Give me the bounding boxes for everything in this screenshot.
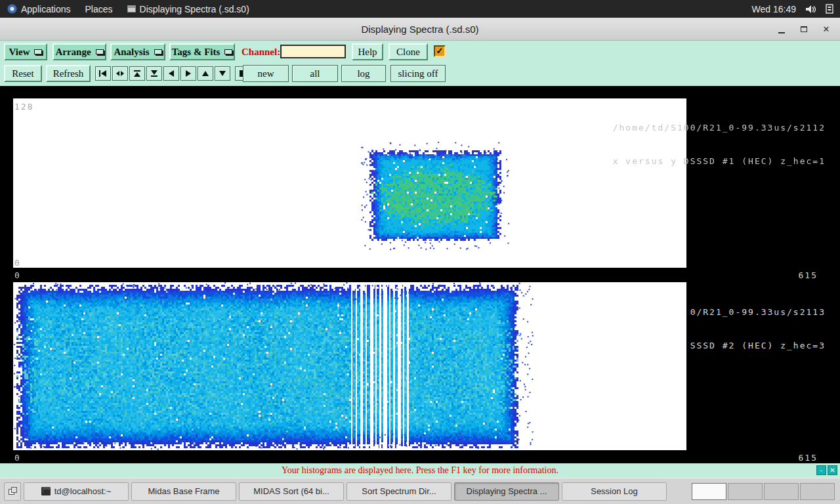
workspace-1[interactable] bbox=[692, 483, 726, 500]
step-down-button[interactable] bbox=[215, 66, 230, 81]
toolbar: View Arrange Analysis Tags & Fits Channe… bbox=[0, 41, 840, 86]
taskbar-item-sort-spectrum[interactable]: Sort Spectrum Dir... bbox=[346, 482, 452, 501]
spectrum-2-path: 0/R21_0-99.33us/s2113 bbox=[690, 306, 826, 318]
taskbar-item-terminal[interactable]: td@localhost:~ bbox=[24, 482, 129, 501]
status-message: Your histograms are displayed here. Pres… bbox=[0, 463, 840, 478]
step-right-button[interactable] bbox=[180, 66, 196, 81]
taskbar-item-label: Sort Spectrum Dir... bbox=[362, 486, 436, 496]
step-right-icon bbox=[184, 70, 193, 77]
reset-button[interactable]: Reset bbox=[4, 65, 42, 82]
taskbar-item-session-log[interactable]: Session Log bbox=[562, 482, 667, 501]
slicing-button[interactable]: slicing off bbox=[390, 65, 446, 82]
scroll-top-button[interactable] bbox=[129, 66, 145, 81]
help-label: Help bbox=[358, 47, 377, 58]
minimize-icon bbox=[778, 32, 785, 33]
terminal-icon bbox=[41, 487, 51, 495]
plot2-xmax-label: 615 bbox=[799, 453, 818, 463]
toolbar-checkbox[interactable]: ✓ bbox=[434, 45, 446, 57]
skip-to-start-button[interactable] bbox=[95, 66, 111, 81]
desktop-top-panel: Applications Places Displaying Spectra (… bbox=[0, 0, 840, 18]
taskbar-item-midas-base[interactable]: Midas Base Frame bbox=[131, 482, 236, 501]
applications-label: Applications bbox=[21, 4, 71, 14]
scroll-top-icon bbox=[133, 70, 142, 77]
log-button[interactable]: log bbox=[341, 65, 386, 82]
status-bar: Your histograms are displayed here. Pres… bbox=[0, 463, 840, 478]
taskbar-item-midas-sort[interactable]: MIDAS Sort (64 bi... bbox=[239, 482, 344, 501]
places-label: Places bbox=[85, 4, 113, 14]
taskbar-item-label: Displaying Spectra ... bbox=[467, 486, 547, 496]
step-up-button[interactable] bbox=[198, 66, 213, 81]
expand-horizontal-icon bbox=[116, 70, 125, 77]
close-button[interactable]: ✕ bbox=[818, 22, 835, 37]
workspace-4[interactable] bbox=[800, 483, 835, 500]
status-close-button[interactable]: ✕ bbox=[828, 465, 837, 475]
channel-input[interactable] bbox=[280, 45, 346, 58]
spectrum-1-title: x versus y DSSSD #1 (HEC) z_hec=1 bbox=[613, 156, 826, 167]
maximize-button[interactable] bbox=[795, 22, 812, 37]
taskbar-item-label: Midas Base Frame bbox=[148, 486, 219, 496]
menu-indicator-icon bbox=[96, 49, 104, 54]
menu-analysis[interactable]: Analysis bbox=[110, 43, 165, 60]
menu-arrange[interactable]: Arrange bbox=[52, 43, 106, 60]
all-label: all bbox=[310, 68, 320, 79]
status-controls: - ✕ bbox=[816, 465, 837, 475]
spectra-display-area: /home/td/S100/R21_0-99.33us/s2112 x vers… bbox=[0, 86, 840, 463]
applications-icon bbox=[7, 4, 17, 14]
refresh-label: Refresh bbox=[53, 68, 84, 79]
menu-arrange-label: Arrange bbox=[55, 47, 91, 58]
plot1-xmax-label: 615 bbox=[799, 270, 818, 280]
scroll-bottom-button[interactable] bbox=[146, 66, 162, 81]
taskbar-item-displaying-spectra[interactable]: Displaying Spectra ... bbox=[454, 482, 559, 501]
close-icon: ✕ bbox=[823, 24, 830, 34]
step-down-icon bbox=[218, 70, 227, 77]
reset-label: Reset bbox=[12, 68, 33, 79]
channel-label: Channel: bbox=[242, 43, 280, 60]
workspace-2[interactable] bbox=[728, 483, 763, 500]
menu-indicator-icon bbox=[34, 49, 42, 54]
window-icon bbox=[127, 5, 136, 12]
help-button[interactable]: Help bbox=[352, 43, 383, 60]
slicing-label: slicing off bbox=[398, 68, 438, 79]
clock[interactable]: Wed 16:49 bbox=[752, 4, 796, 14]
menu-view[interactable]: View bbox=[4, 43, 47, 60]
window-title: Displaying Spectra (.sd.s0) bbox=[0, 18, 840, 41]
menu-analysis-label: Analysis bbox=[114, 47, 149, 58]
plot1-ymax-label: 128 bbox=[14, 102, 33, 112]
spectrum-plot-1[interactable] bbox=[13, 98, 686, 268]
window-list-entry[interactable]: Displaying Spectra (.sd.s0) bbox=[120, 0, 257, 18]
scroll-bottom-icon bbox=[150, 70, 159, 77]
taskbar-item-label: MIDAS Sort (64 bi... bbox=[253, 486, 329, 496]
minimize-button[interactable] bbox=[773, 22, 790, 37]
volume-icon[interactable] bbox=[805, 5, 816, 14]
places-menu[interactable]: Places bbox=[78, 0, 120, 18]
spectrum-1-header: /home/td/S100/R21_0-99.33us/s2112 x vers… bbox=[613, 100, 826, 189]
step-left-button[interactable] bbox=[163, 66, 179, 81]
plot1-xmin-label: 0 bbox=[14, 270, 21, 280]
menu-tags-fits[interactable]: Tags & Fits bbox=[169, 43, 235, 60]
window-titlebar: Displaying Spectra (.sd.s0) ✕ bbox=[0, 18, 840, 41]
all-button[interactable]: all bbox=[292, 65, 338, 82]
workspace-switcher bbox=[692, 483, 836, 500]
expand-horizontal-button[interactable] bbox=[112, 66, 128, 81]
new-button[interactable]: new bbox=[243, 65, 289, 82]
status-minimize-button[interactable]: - bbox=[816, 465, 826, 475]
panel-status-icon[interactable] bbox=[826, 4, 833, 14]
applications-menu[interactable]: Applications bbox=[0, 0, 78, 18]
spectrum-2-header: 0/R21_0-99.33us/s2113 SSSD #2 (HEC) z_he… bbox=[690, 284, 826, 373]
workspace-3[interactable] bbox=[764, 483, 799, 500]
desktop: Applications Places Displaying Spectra (… bbox=[0, 0, 840, 504]
menu-tags-fits-label: Tags & Fits bbox=[172, 47, 220, 58]
show-desktop-button[interactable] bbox=[4, 482, 21, 501]
menu-indicator-icon bbox=[154, 49, 162, 54]
maximize-icon bbox=[801, 26, 807, 32]
menu-indicator-icon bbox=[224, 49, 232, 54]
refresh-button[interactable]: Refresh bbox=[46, 65, 91, 82]
new-label: new bbox=[258, 68, 274, 79]
skip-to-start-icon bbox=[98, 70, 108, 77]
show-desktop-icon bbox=[9, 487, 17, 495]
check-icon: ✓ bbox=[436, 46, 444, 56]
step-up-icon bbox=[201, 70, 210, 77]
clone-button[interactable]: Clone bbox=[388, 43, 428, 60]
spectrum-2-title: SSSD #2 (HEC) z_hec=3 bbox=[690, 340, 826, 351]
spectrum-plot-2[interactable] bbox=[13, 282, 686, 450]
